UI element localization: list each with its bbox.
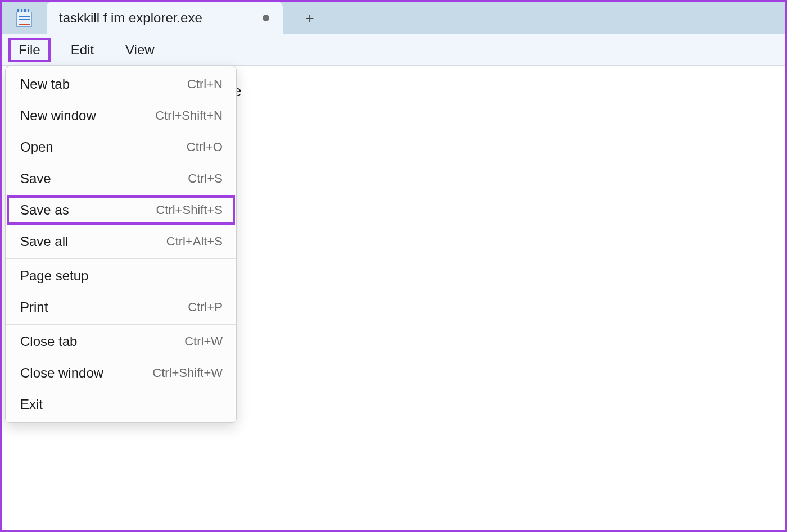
menu-item-shortcut: Ctrl+Shift+W [152,366,223,380]
menu-item-label: Save [20,171,51,187]
menu-item-label: Page setup [20,268,88,284]
menu-item-save-as[interactable]: Save as Ctrl+Shift+S [6,194,236,226]
menubar: File Edit View [2,34,785,66]
menu-item-shortcut: Ctrl+Alt+S [166,234,223,249]
menu-item-shortcut: Ctrl+Shift+S [156,203,223,217]
menu-item-print[interactable]: Print Ctrl+P [6,292,236,323]
menu-item-label: Close tab [20,334,77,349]
menu-item-open[interactable]: Open Ctrl+O [6,131,236,163]
menu-item-label: Open [20,139,53,155]
modified-indicator-icon [263,15,269,21]
menu-item-save-all[interactable]: Save all Ctrl+Alt+S [6,226,236,257]
menu-divider [6,324,236,325]
menu-divider [6,258,236,259]
menu-item-label: New tab [20,76,70,92]
menu-item-new-tab[interactable]: New tab Ctrl+N [6,69,236,100]
document-tab[interactable]: taskkill f im explorer.exe [47,2,283,34]
menu-item-new-window[interactable]: New window Ctrl+Shift+N [6,100,236,131]
menu-item-shortcut: Ctrl+S [188,171,223,186]
menu-item-shortcut: Ctrl+Shift+N [155,108,223,123]
file-menu-dropdown: New tab Ctrl+N New window Ctrl+Shift+N O… [5,66,237,423]
new-tab-button[interactable]: + [293,2,327,34]
plus-icon: + [305,10,314,27]
menu-edit[interactable]: Edit [60,38,105,62]
menu-item-label: Close window [20,365,103,381]
tab-title: taskkill f im explorer.exe [59,10,252,26]
menu-item-close-window[interactable]: Close window Ctrl+Shift+W [6,357,236,389]
menu-item-shortcut: Ctrl+W [184,334,223,349]
menu-item-shortcut: Ctrl+N [187,77,223,92]
menu-item-shortcut: Ctrl+P [188,300,223,315]
notepad-icon [16,9,32,27]
menu-item-label: Save all [20,234,68,249]
menu-item-label: Print [20,299,48,315]
menu-item-label: Save as [20,202,69,218]
menu-view[interactable]: View [114,38,166,62]
menu-file[interactable]: File [8,38,51,62]
menu-item-page-setup[interactable]: Page setup [6,260,236,292]
menu-item-exit[interactable]: Exit [6,389,236,420]
menu-item-shortcut: Ctrl+O [187,140,223,154]
menu-item-label: New window [20,108,96,124]
menu-item-save[interactable]: Save Ctrl+S [6,163,236,194]
titlebar: taskkill f im explorer.exe + [2,2,785,34]
app-icon-wrap [2,2,47,34]
menu-item-close-tab[interactable]: Close tab Ctrl+W [6,326,236,357]
menu-item-label: Exit [20,397,43,412]
